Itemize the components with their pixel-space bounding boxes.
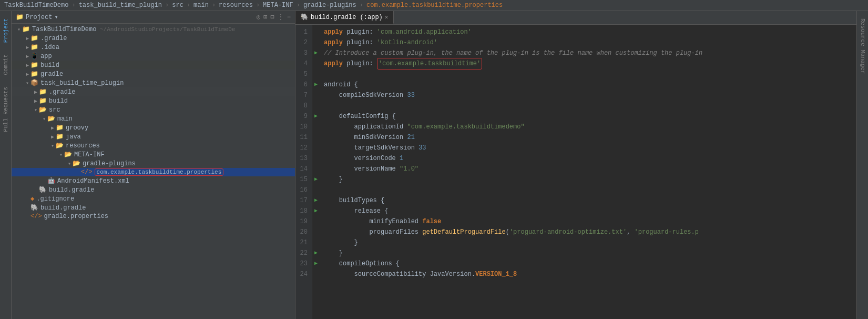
breadcrumb-item-main[interactable]: main [193,2,209,9]
breadcrumb-item-gradleplugins[interactable]: gradle-plugins [303,2,356,9]
code-line: proguardFiles getDefaultProguardFile('pr… [324,227,852,237]
file-tree-panel: 📁 Project ▾ ◎ ⊞ ⊟ ⋮ − ▾ 📁 TaskBuildTimeD… [12,11,295,319]
right-vertical-tabs: Resource Manager [856,11,868,319]
project-icon: 📁 [16,13,24,21]
breadcrumb-sep-6: › [297,2,300,9]
token-num: 33 [407,90,414,101]
gutter-indicator [312,69,320,79]
tree-item-props-file[interactable]: </> com.example.taskbuildtime.properties [12,168,295,176]
line-number: 3 [300,48,308,58]
target-icon[interactable]: ◎ [257,13,260,21]
breadcrumb-sep-1: › [72,2,75,9]
line-number: 5 [300,69,308,79]
line-number: 8 [300,101,308,111]
gutter-indicator: ▶ [312,79,320,90]
tree-item-gradle2[interactable]: ▶ 📁 gradle [12,69,295,78]
more-icon[interactable]: ⋮ [278,13,284,21]
file-tree-actions: ◎ ⊞ ⊟ ⋮ − [257,13,291,21]
selected-file-label: com.example.taskbuildtime.properties [95,168,224,176]
tree-item-gradle-plugins[interactable]: ▾ 📂 gradle-plugins [12,159,295,168]
tree-item-main[interactable]: ▾ 📂 main [12,114,295,123]
vtab-project[interactable]: Project [2,13,10,48]
breadcrumb-bar: TaskBuildTimeDemo › task_build_time_plug… [0,0,868,11]
file-tree-header: 📁 Project ▾ ◎ ⊞ ⊟ ⋮ − [12,11,295,24]
token-kw: apply [324,58,343,69]
tab-build-gradle-app[interactable]: 🐘 build.gradle (:app) ✕ [295,11,394,24]
gutter-indicator [312,27,320,37]
code-line: release { [324,206,852,216]
breadcrumb-item-src[interactable]: src [172,2,183,9]
gutter-indicator [312,143,320,153]
code-line [324,185,852,195]
code-line: compileSdkVersion 33 [324,90,852,101]
left-vertical-tabs: Project Commit Pull Requests [0,11,12,319]
gutter-indicator [312,58,320,69]
vtab-commit[interactable]: Commit [2,49,10,81]
code-line: } [324,237,852,248]
minimize-icon[interactable]: − [287,14,291,21]
tree-item-gradle-properties[interactable]: </> gradle.properties [12,212,295,221]
code-editor[interactable]: 123456789101112131415161718192021222324 … [295,25,856,319]
code-line: targetSdkVersion 33 [324,143,852,153]
tree-item-androidmanifest[interactable]: 🤖 AndroidManifest.xml [12,176,295,185]
expand-icon[interactable]: ⊞ [263,13,267,21]
code-line: sourceCompatibility JavaVersion.VERSION_… [324,269,852,280]
tree-item-plugin-gradle[interactable]: ▶ 📁 .gradle [12,87,295,96]
line-number: 7 [300,90,308,101]
gutter-indicator: ▶ [312,248,320,258]
tree-item-src[interactable]: ▾ 📂 src [12,105,295,114]
tree-item-task-plugin[interactable]: ▾ 📦 task_build_time_plugin [12,78,295,87]
tree-item-build-gradle-module[interactable]: 🐘 build.gradle [12,185,295,194]
token-kw: apply [324,37,343,48]
breadcrumb-item-resources[interactable]: resources [219,2,253,9]
line-number: 23 [300,258,308,269]
tree-item-build[interactable]: ▶ 📁 build [12,61,295,69]
breadcrumb-item-taskbuildtimedemo[interactable]: TaskBuildTimeDemo [4,2,68,9]
tree-root[interactable]: ▾ 📁 TaskBuildTimeDemo ~/AndroidStudioPro… [12,25,295,34]
line-number: 14 [300,164,308,174]
breadcrumb-sep-4: › [212,2,216,9]
tree-item-app[interactable]: ▶ 📱 app [12,52,295,61]
token-plain: plugin: [343,27,377,37]
collapse-icon[interactable]: ⊟ [271,13,274,21]
tree-item-idea[interactable]: ▶ 📁 .idea [12,43,295,52]
line-number: 4 [300,58,308,69]
token-plain: targetSdkVersion [324,143,418,153]
code-line: apply plugin: 'com.example.taskbuildtime… [324,58,852,69]
gutter-indicator: ▶ [312,48,320,58]
code-line: } [324,174,852,185]
breadcrumb-item-metainf[interactable]: META-INF [263,2,293,9]
gutter-indicator [312,101,320,111]
file-tree-title: 📁 Project ▾ [16,13,58,21]
token-plain: versionName [324,164,400,174]
line-number: 12 [300,143,308,153]
dropdown-icon[interactable]: ▾ [54,13,58,21]
line-number: 11 [300,132,308,143]
line-number: 2 [300,37,308,48]
token-kw: false [422,216,441,227]
vtab-pull-requests[interactable]: Pull Requests [2,82,10,137]
breadcrumb-item-propsfile[interactable]: com.example.taskbuildtime.properties [366,2,503,9]
gutter-indicator [312,122,320,132]
tree-item-gitignore[interactable]: ◆ .gitignore [12,194,295,203]
token-str: "1.0" [400,164,418,174]
line-number: 13 [300,153,308,164]
tree-item-build-gradle-root[interactable]: 🐘 build.gradle [12,203,295,212]
line-number: 10 [300,122,308,132]
token-str-highlight: 'com.example.taskbuildtime' [377,58,482,69]
close-tab-btn[interactable]: ✕ [385,14,389,21]
tree-item-plugin-build[interactable]: ▶ 📁 build [12,96,295,105]
breadcrumb-item-plugin[interactable]: task_build_time_plugin [79,2,162,9]
token-plain: compileOptions { [324,258,400,269]
code-gutter: ▶▶▶▶▶▶▶▶ [312,25,320,319]
tree-item-groovy[interactable]: ▶ 📁 groovy [12,123,295,132]
tree-item-resources[interactable]: ▾ 📂 resources [12,141,295,150]
tree-item-gradle[interactable]: ▶ 📁 .gradle [12,34,295,43]
token-plain: } [324,174,343,185]
tree-item-java[interactable]: ▶ 📁 java [12,132,295,141]
gutter-indicator: ▶ [312,195,320,206]
token-plain: plugin: [343,37,377,48]
tree-item-meta-inf[interactable]: ▾ 📂 META-INF [12,150,295,159]
vtab-resource-manager[interactable]: Resource Manager [859,13,867,79]
tab-bar: 🐘 build.gradle (:app) ✕ [295,11,856,25]
